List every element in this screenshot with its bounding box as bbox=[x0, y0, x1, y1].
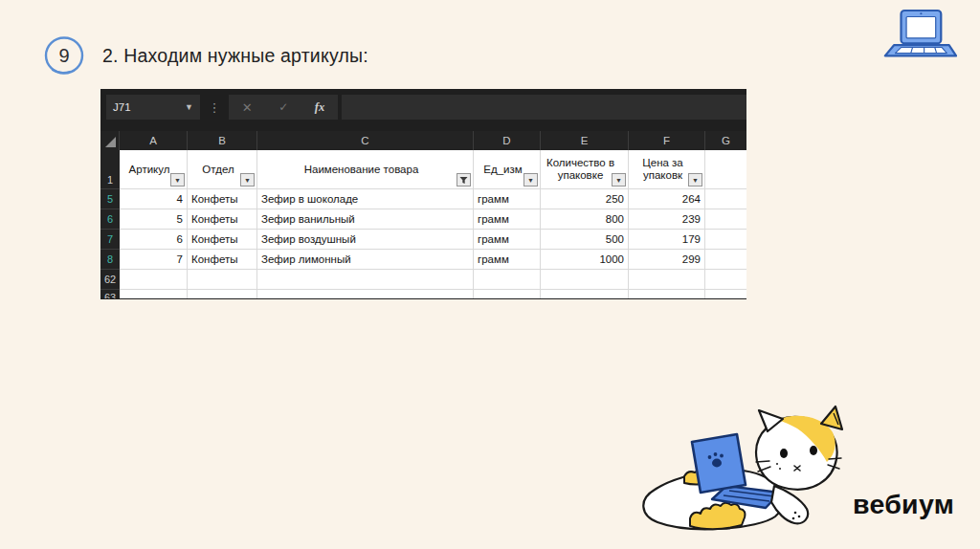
cell-G1[interactable] bbox=[705, 150, 746, 189]
formula-bar: J71 ▼ ⋮ ✕ ✓ fx bbox=[100, 95, 746, 120]
sheet-row-6: 65КонфетыЗефир ванильныйграмм800239 bbox=[100, 209, 746, 230]
cell-G62[interactable] bbox=[705, 270, 746, 290]
filter-funnel-button-C[interactable] bbox=[457, 173, 471, 187]
cell-G6[interactable] bbox=[705, 209, 746, 230]
column-header-A[interactable]: A bbox=[120, 131, 188, 150]
column-header-B[interactable]: B bbox=[188, 131, 257, 150]
chevron-down-icon: ▼ bbox=[692, 177, 699, 184]
cell-E8[interactable]: 1000 bbox=[541, 250, 629, 270]
cell[interactable] bbox=[705, 290, 746, 298]
insert-function-icon[interactable]: fx bbox=[315, 100, 324, 115]
cell-A62[interactable] bbox=[120, 270, 188, 290]
laptop-icon bbox=[882, 8, 957, 67]
cell[interactable] bbox=[474, 290, 541, 298]
header-text: Ед_изм bbox=[483, 164, 522, 176]
header-text: Артикул bbox=[129, 164, 170, 176]
cell-G8[interactable] bbox=[705, 250, 746, 270]
cell-D6[interactable]: грамм bbox=[474, 209, 541, 230]
filter-dropdown-button-D[interactable]: ▼ bbox=[523, 173, 538, 187]
row-header-6[interactable]: 6 bbox=[100, 209, 120, 230]
cell-B62[interactable] bbox=[188, 270, 257, 290]
cell-C8[interactable]: Зефир лимонный bbox=[257, 250, 474, 270]
cell[interactable] bbox=[188, 290, 257, 298]
sheet-row-8: 87КонфетыЗефир лимонныйграмм1000299 bbox=[100, 250, 746, 270]
cell-A5[interactable]: 4 bbox=[120, 189, 188, 209]
cell[interactable] bbox=[629, 290, 705, 298]
cell-A6[interactable]: 5 bbox=[120, 209, 188, 230]
cell-F6[interactable]: 239 bbox=[629, 209, 705, 230]
filter-dropdown-button-E[interactable]: ▼ bbox=[612, 173, 626, 187]
chevron-down-icon: ▼ bbox=[527, 177, 534, 184]
sheet-row-62: 62 bbox=[100, 270, 746, 290]
cell-B7[interactable]: Конфеты bbox=[188, 230, 257, 250]
column-header-F[interactable]: F bbox=[629, 131, 705, 150]
row-header-1[interactable]: 1 bbox=[100, 150, 120, 189]
cell-G5[interactable] bbox=[705, 189, 746, 209]
formula-buttons: ✕ ✓ fx bbox=[229, 95, 338, 120]
select-all-corner[interactable] bbox=[100, 131, 120, 150]
filter-dropdown-button-A[interactable]: ▼ bbox=[170, 173, 185, 187]
name-box-dropdown-icon[interactable]: ▼ bbox=[185, 102, 193, 112]
cell-F8[interactable]: 299 bbox=[629, 250, 705, 270]
cell[interactable] bbox=[257, 290, 474, 298]
cell-D7[interactable]: грамм bbox=[474, 230, 541, 250]
column-header-G[interactable]: G bbox=[705, 131, 746, 150]
row-header-62[interactable]: 62 bbox=[100, 270, 120, 290]
cell-B5[interactable]: Конфеты bbox=[188, 189, 257, 209]
row-header-partial[interactable]: 63 bbox=[100, 290, 120, 298]
cell-A8[interactable]: 7 bbox=[120, 250, 188, 270]
formula-input[interactable] bbox=[342, 95, 746, 120]
header-text: Отдел bbox=[202, 164, 234, 176]
brand-logo: вебиум bbox=[853, 489, 954, 520]
confirm-icon[interactable]: ✓ bbox=[278, 100, 288, 114]
cell-G7[interactable] bbox=[705, 230, 746, 250]
cell-C1[interactable]: Наименование товара bbox=[257, 150, 474, 189]
cell-E5[interactable]: 250 bbox=[541, 189, 629, 209]
chevron-down-icon: ▼ bbox=[244, 177, 251, 184]
cell-D8[interactable]: грамм bbox=[474, 250, 541, 270]
cell-C5[interactable]: Зефир в шоколаде bbox=[257, 189, 474, 209]
funnel-icon bbox=[459, 176, 468, 185]
filter-dropdown-button-F[interactable]: ▼ bbox=[688, 173, 702, 187]
cell-E6[interactable]: 800 bbox=[541, 209, 629, 230]
row-header-5[interactable]: 5 bbox=[100, 189, 120, 209]
chevron-down-icon: ▼ bbox=[615, 177, 622, 184]
cell-F62[interactable] bbox=[629, 270, 705, 290]
name-box-value: J71 bbox=[113, 101, 185, 113]
cell-B1[interactable]: Отдел ▼ bbox=[188, 150, 257, 189]
cell-E7[interactable]: 500 bbox=[541, 230, 629, 250]
column-header-C[interactable]: C bbox=[257, 131, 474, 150]
column-header-row: A B C D E F G bbox=[100, 131, 746, 150]
sheet-row-7: 76КонфетыЗефир воздушныйграмм500179 bbox=[100, 230, 746, 250]
cell[interactable] bbox=[541, 290, 629, 298]
cell-B8[interactable]: Конфеты bbox=[188, 250, 257, 270]
cell-B6[interactable]: Конфеты bbox=[188, 209, 257, 230]
column-header-D[interactable]: D bbox=[474, 131, 541, 150]
more-options-icon[interactable]: ⋮ bbox=[200, 100, 229, 115]
sheet-grid: A B C D E F G 1 Артикул ▼ Отдел ▼ Наимен… bbox=[100, 131, 746, 298]
row-header-8[interactable]: 8 bbox=[100, 250, 120, 270]
cell-A1[interactable]: Артикул ▼ bbox=[120, 150, 188, 189]
cell-F5[interactable]: 264 bbox=[629, 189, 705, 209]
cell-A7[interactable]: 6 bbox=[120, 230, 188, 250]
filter-dropdown-button-B[interactable]: ▼ bbox=[240, 173, 255, 187]
header-text: Наименование товара bbox=[304, 164, 419, 176]
cell-E62[interactable] bbox=[541, 270, 629, 290]
row-header-7[interactable]: 7 bbox=[100, 230, 120, 250]
cancel-icon[interactable]: ✕ bbox=[242, 100, 253, 115]
cell-E1[interactable]: Количество в упаковке ▼ bbox=[541, 150, 629, 189]
column-header-E[interactable]: E bbox=[541, 131, 629, 150]
name-box[interactable]: J71 ▼ bbox=[106, 95, 200, 120]
cell-D5[interactable]: грамм bbox=[474, 189, 541, 209]
grid-rows: 54КонфетыЗефир в шоколадеграмм25026465Ко… bbox=[100, 189, 746, 290]
cell-F7[interactable]: 179 bbox=[629, 230, 705, 250]
cat-illustration bbox=[635, 400, 857, 539]
cell-D1[interactable]: Ед_изм ▼ bbox=[474, 150, 541, 189]
cell-C7[interactable]: Зефир воздушный bbox=[257, 230, 474, 250]
cell-C62[interactable] bbox=[257, 270, 474, 290]
cell-F1[interactable]: Цена за упаковк ▼ bbox=[629, 150, 705, 189]
cell-C6[interactable]: Зефир ванильный bbox=[257, 209, 474, 230]
partial-row: 63 bbox=[100, 290, 746, 298]
cell[interactable] bbox=[120, 290, 188, 298]
cell-D62[interactable] bbox=[474, 270, 541, 290]
